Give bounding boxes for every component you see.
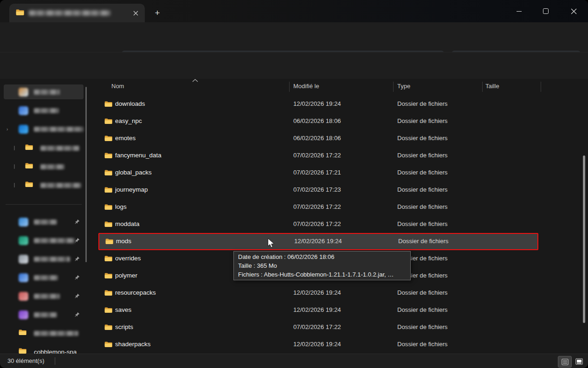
- file-type: Dossier de fichiers: [397, 152, 447, 159]
- pin-icon: [75, 218, 80, 226]
- file-type: Dossier de fichiers: [397, 117, 447, 124]
- file-row-emotes[interactable]: emotes06/02/2026 18:06Dossier de fichier…: [98, 130, 538, 147]
- pin-icon: [75, 273, 80, 282]
- thumbnails-view-button[interactable]: [573, 356, 585, 366]
- file-name: moddata: [115, 220, 140, 227]
- tab-close-button[interactable]: [131, 8, 140, 18]
- tooltip-line: Date de création : 06/02/2026 18:06: [238, 252, 406, 261]
- folder-icon: [16, 9, 24, 18]
- details-view-icon: [562, 359, 569, 365]
- file-name: saves: [115, 306, 131, 313]
- file-name: mods: [116, 238, 131, 245]
- main-area: ›cobblemon-spa Nom Modifié le Type Taill…: [0, 79, 588, 354]
- sidebar-item-gallery[interactable]: [4, 103, 84, 118]
- list-scrollbar[interactable]: [583, 155, 585, 323]
- pin-icon: [75, 310, 80, 319]
- column-divider[interactable]: [541, 82, 541, 92]
- file-type: Dossier de fichiers: [397, 135, 447, 142]
- file-type: Dossier de fichiers: [397, 306, 447, 313]
- folder-icon: [104, 307, 112, 315]
- sidebar-label-blurred: [34, 257, 70, 262]
- file-name: journeymap: [115, 186, 148, 193]
- file-modified-date: 12/02/2026 19:24: [294, 238, 342, 245]
- file-type: Dossier de fichiers: [397, 169, 447, 176]
- sidebar-label-blurred: [34, 108, 59, 113]
- expand-chevron-icon[interactable]: ›: [6, 127, 8, 132]
- close-button[interactable]: [562, 0, 585, 22]
- sidebar-item-folder-2[interactable]: [4, 159, 84, 174]
- file-name: overrides: [115, 255, 141, 262]
- folder-icon: [104, 324, 112, 332]
- file-row-global_packs[interactable]: global_packs07/02/2026 17:21Dossier de f…: [98, 164, 538, 181]
- file-row-moddata[interactable]: moddata07/02/2026 17:22Dossier de fichie…: [98, 216, 538, 233]
- sidebar-item-zoo-academy-folder[interactable]: [4, 326, 84, 341]
- maximize-button[interactable]: [536, 0, 556, 22]
- sidebar-scrollbar[interactable]: [85, 87, 87, 262]
- folder-icon: [25, 181, 35, 189]
- column-divider[interactable]: [289, 82, 290, 92]
- column-divider[interactable]: [393, 82, 394, 92]
- new-tab-button[interactable]: +: [152, 8, 162, 19]
- file-row-downloads[interactable]: downloads12/02/2026 19:24Dossier de fich…: [98, 96, 538, 113]
- sidebar-item-home[interactable]: [4, 84, 84, 99]
- file-name: resourcepacks: [115, 289, 156, 296]
- file-row-logs[interactable]: logs07/02/2026 17:22Dossier de fichiers: [98, 199, 538, 216]
- music-icon: [19, 292, 28, 301]
- folder-icon: [104, 341, 112, 349]
- sidebar-item-documents[interactable]: [4, 252, 84, 266]
- folder-icon: [25, 144, 35, 152]
- column-header-name[interactable]: Nom: [111, 83, 124, 90]
- sidebar-item-desktop[interactable]: [4, 214, 84, 229]
- file-row-easy_npc[interactable]: easy_npc06/02/2026 18:06Dossier de fichi…: [98, 113, 538, 130]
- file-row-saves[interactable]: saves12/02/2026 19:24Dossier de fichiers: [98, 302, 538, 319]
- videos-icon: [19, 310, 28, 319]
- file-row-scripts[interactable]: scripts07/02/2026 17:22Dossier de fichie…: [98, 319, 538, 336]
- column-header-size[interactable]: Taille: [485, 83, 499, 90]
- folder-icon: [104, 135, 112, 143]
- column-header-type[interactable]: Type: [397, 83, 410, 90]
- title-bar: +: [0, 0, 588, 22]
- pictures-icon: [19, 273, 28, 282]
- sidebar-label-blurred: [40, 183, 81, 188]
- column-divider[interactable]: [482, 82, 483, 92]
- file-name: scripts: [115, 323, 133, 330]
- home-icon: [19, 88, 28, 97]
- column-header-modified[interactable]: Modifié le: [293, 83, 319, 90]
- file-modified-date: 07/02/2026 17:22: [293, 220, 341, 227]
- file-name: global_packs: [115, 169, 152, 176]
- sidebar-label-blurred: [34, 312, 57, 317]
- file-row-mods[interactable]: mods12/02/2026 19:24Dossier de fichiers: [98, 233, 538, 250]
- folder-info-tooltip: Date de création : 06/02/2026 18:06Taill…: [233, 251, 411, 280]
- file-row-journeymap[interactable]: journeymap07/02/2026 17:23Dossier de fic…: [98, 181, 538, 199]
- sidebar-item-cobblemon-spawn-folder[interactable]: cobblemon-spa: [4, 344, 84, 354]
- folder-icon: [25, 162, 35, 171]
- sidebar-item-downloads[interactable]: [4, 233, 84, 248]
- sidebar-item-folder-1[interactable]: [4, 141, 84, 155]
- file-type: Dossier de fichiers: [397, 220, 447, 227]
- sidebar-item-folder-3[interactable]: [4, 178, 84, 193]
- sidebar-item-music[interactable]: [4, 289, 84, 303]
- mouse-cursor: [267, 238, 275, 249]
- sidebar-item-onedrive[interactable]: ›: [4, 122, 84, 136]
- tree-indent-mark: [14, 183, 15, 187]
- sidebar-label-blurred: [34, 90, 60, 95]
- file-modified-date: 07/02/2026 17:22: [293, 323, 341, 330]
- desktop-icon: [19, 218, 28, 226]
- file-modified-date: 06/02/2026 18:06: [293, 135, 341, 142]
- tree-indent-mark: [14, 146, 15, 150]
- folder-icon: [104, 118, 112, 126]
- tooltip-line: Taille : 365 Mo: [238, 261, 406, 270]
- tooltip-line: Fichiers : Abes-Hutts-Cobblemon-1.21.1-1…: [238, 270, 406, 279]
- file-row-resourcepacks[interactable]: resourcepacks12/02/2026 19:24Dossier de …: [98, 284, 538, 302]
- file-row-fancymenu_data[interactable]: fancymenu_data07/02/2026 17:22Dossier de…: [98, 147, 538, 164]
- close-icon: [133, 11, 138, 16]
- file-modified-date: 06/02/2026 18:06: [293, 117, 341, 124]
- details-view-button[interactable]: [558, 356, 572, 368]
- sidebar-item-pictures[interactable]: [4, 270, 84, 285]
- explorer-tab[interactable]: [9, 4, 145, 22]
- minimize-button[interactable]: [509, 0, 529, 22]
- folder-icon: [104, 169, 112, 178]
- sidebar-item-videos[interactable]: [4, 307, 84, 322]
- file-name: emotes: [115, 135, 136, 142]
- file-row-shaderpacks[interactable]: shaderpacks12/02/2026 19:24Dossier de fi…: [98, 336, 538, 353]
